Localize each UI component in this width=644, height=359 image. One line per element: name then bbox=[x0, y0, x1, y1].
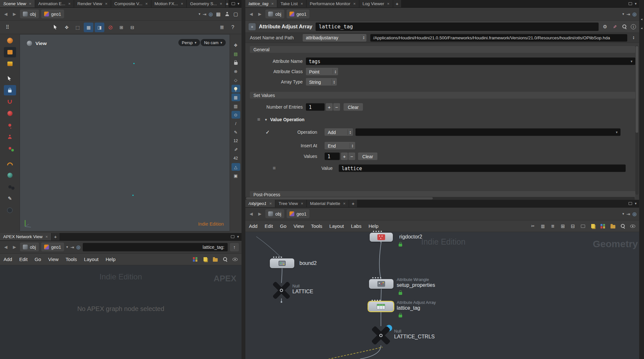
back-icon[interactable]: ◀ bbox=[248, 12, 254, 16]
path-geo-button[interactable]: geo1 bbox=[287, 209, 309, 218]
close-icon[interactable]: × bbox=[220, 1, 222, 6]
display-list-icon[interactable]: ≣ bbox=[217, 23, 227, 32]
number-of-entries-field[interactable]: 1 bbox=[306, 103, 325, 111]
menu-layout[interactable]: Layout bbox=[326, 220, 347, 232]
chevron-down-icon[interactable]: ▾ bbox=[630, 59, 632, 63]
split-grid-icon[interactable]: ⊟ bbox=[570, 223, 576, 229]
maximize-pane-icon[interactable] bbox=[231, 235, 234, 238]
no-clip-icon[interactable]: ⊗ bbox=[232, 67, 240, 75]
array-type-dropdown[interactable]: String ▲▼ bbox=[306, 78, 337, 86]
path-obj-button[interactable]: obj bbox=[265, 10, 284, 18]
remove-value-button[interactable]: − bbox=[348, 153, 355, 160]
forward-icon[interactable]: ▶ bbox=[257, 12, 263, 16]
sticky-notes-icon[interactable] bbox=[590, 223, 596, 229]
close-icon[interactable]: × bbox=[105, 1, 108, 6]
node-lattice-null[interactable] bbox=[272, 283, 291, 298]
value-operation-header[interactable]: Value Operation bbox=[270, 117, 315, 122]
physics-ball-tool[interactable] bbox=[4, 170, 16, 180]
info-icon[interactable]: i bbox=[631, 24, 636, 29]
path-obj-button[interactable]: obj bbox=[20, 10, 39, 18]
radial-menu-icon[interactable]: ◎ bbox=[632, 211, 637, 217]
path-dropdown-icon[interactable]: ▾ bbox=[199, 12, 201, 16]
dolly-icon[interactable]: ⊙ bbox=[232, 111, 240, 119]
values-count-field[interactable]: 1 bbox=[325, 153, 340, 160]
tab-obj-geo1[interactable]: /obj/geo1 × bbox=[245, 200, 275, 207]
viewport-3d[interactable]: View Persp ▾ No cam ▾ Indie Edition bbox=[20, 34, 230, 231]
menu-add[interactable]: Add bbox=[245, 220, 261, 232]
divider-slash-icon[interactable]: / bbox=[232, 120, 240, 127]
pin-pane-icon[interactable]: ⇥ bbox=[626, 12, 630, 17]
close-icon[interactable]: × bbox=[301, 201, 303, 206]
lattice-tool[interactable] bbox=[4, 47, 16, 57]
pane-splitter-vertical[interactable] bbox=[242, 0, 245, 359]
node-bound2[interactable] bbox=[270, 258, 294, 268]
menu-add[interactable]: Add bbox=[0, 254, 16, 265]
radial-menu-icon[interactable]: ◎ bbox=[632, 11, 637, 17]
params-horizontal-scrollbar[interactable] bbox=[245, 197, 635, 200]
node-rigdoctor2[interactable] bbox=[370, 233, 393, 242]
tab-performance-monitor[interactable]: Performance Monitor × bbox=[307, 0, 359, 7]
stowbar[interactable]: ◀ ◀ bbox=[639, 0, 644, 359]
eye-icon[interactable] bbox=[630, 223, 636, 229]
list-view-icon[interactable]: ≣ bbox=[550, 223, 556, 229]
asset-name-dropdown[interactable]: attribadjustarray ▲▼ bbox=[303, 34, 366, 42]
folder-icon[interactable] bbox=[610, 223, 616, 229]
menu-layout[interactable]: Layout bbox=[80, 254, 102, 265]
path-dropdown-icon[interactable]: ▾ bbox=[622, 12, 624, 16]
path-obj-button[interactable]: obj bbox=[20, 243, 39, 251]
brush-icon[interactable]: ✎ bbox=[611, 24, 618, 30]
close-icon[interactable]: × bbox=[45, 234, 48, 239]
snap-multi-icon[interactable]: ◨ bbox=[95, 23, 104, 32]
render-settings-icon[interactable]: ⊟ bbox=[128, 23, 137, 32]
search-icon[interactable] bbox=[222, 256, 228, 263]
tools-wrench-icon[interactable]: ✂ bbox=[530, 223, 536, 229]
up-level-button[interactable]: ↑ bbox=[230, 243, 239, 251]
geometry-cube-icon[interactable]: ▦ bbox=[215, 11, 222, 17]
pane-menu-icon[interactable]: ▾ bbox=[635, 201, 637, 206]
menu-tools[interactable]: Tools bbox=[308, 220, 326, 232]
pin-tool[interactable] bbox=[4, 120, 16, 130]
lock-camera-icon[interactable] bbox=[232, 59, 240, 66]
pin-pane-icon[interactable]: ⇥ bbox=[70, 245, 74, 250]
maximize-pane-icon[interactable] bbox=[629, 2, 632, 5]
select-arrow-icon[interactable] bbox=[51, 23, 61, 32]
operation-combo-field[interactable]: ▾ bbox=[355, 129, 620, 136]
tab-lattice-tag[interactable]: lattice_tag × bbox=[245, 0, 277, 7]
menu-go[interactable]: Go bbox=[31, 254, 45, 265]
sticky-notes-icon[interactable] bbox=[202, 256, 208, 263]
remove-entry-button[interactable]: − bbox=[333, 103, 340, 111]
snap-grid-icon[interactable]: ▦ bbox=[84, 23, 93, 32]
translate-handle-icon[interactable]: ✥ bbox=[62, 23, 71, 32]
section-general[interactable]: General bbox=[250, 46, 635, 53]
eye-icon[interactable] bbox=[232, 256, 238, 263]
tab-render-view[interactable]: Render View × bbox=[74, 0, 111, 7]
lock-badge[interactable] bbox=[399, 244, 402, 247]
tab-composite-view[interactable]: Composite V... × bbox=[111, 0, 151, 7]
search-icon[interactable] bbox=[621, 24, 628, 30]
section-set-values[interactable]: Set Values bbox=[250, 92, 635, 99]
tab-log-viewer[interactable]: Log Viewer × bbox=[359, 0, 393, 7]
world-tool[interactable] bbox=[4, 205, 16, 215]
no-cam-button[interactable]: No cam ▾ bbox=[201, 39, 226, 46]
spinner-icon[interactable]: ▲▼ bbox=[631, 35, 635, 40]
scroll-thumb[interactable] bbox=[636, 46, 638, 133]
path-dropdown-icon[interactable]: ▾ bbox=[622, 212, 624, 216]
lock-badge[interactable] bbox=[399, 315, 402, 317]
tab-motion-fx[interactable]: Motion FX... × bbox=[151, 0, 187, 7]
network-canvas[interactable]: Indie Edition Geometry rigdoctor2 bound2… bbox=[245, 232, 639, 359]
motion-arc-tool[interactable] bbox=[4, 159, 16, 169]
menu-edit[interactable]: Edit bbox=[16, 254, 31, 265]
grid-view-icon[interactable]: ⊞ bbox=[560, 223, 566, 229]
ruler-icon[interactable]: △ bbox=[232, 163, 240, 171]
pin-pane-icon[interactable]: ⇥ bbox=[626, 211, 630, 217]
apex-canvas[interactable]: Indie Edition APEX No APEX graph node se… bbox=[0, 265, 242, 359]
close-icon[interactable]: × bbox=[343, 201, 346, 206]
attribute-name-field[interactable]: tags ▾ bbox=[306, 58, 635, 65]
brush-icon[interactable]: ✎ bbox=[232, 145, 240, 154]
pin-pane-icon[interactable]: ⇥ bbox=[203, 12, 206, 17]
render-region-icon[interactable]: ⊞ bbox=[117, 23, 126, 32]
pane-menu-icon[interactable]: ▾ bbox=[237, 235, 239, 239]
frame-icon[interactable]: ▢ bbox=[232, 11, 239, 17]
menu-help[interactable]: Help bbox=[365, 220, 382, 232]
tab-apex-network-view[interactable]: APEX Network View × bbox=[0, 233, 52, 240]
